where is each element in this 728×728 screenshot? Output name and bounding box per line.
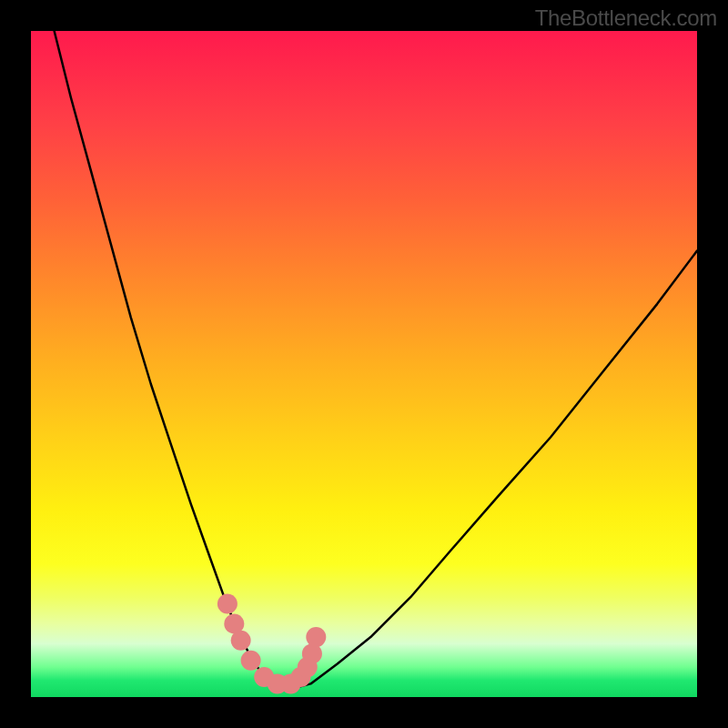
- svg-point-2: [231, 631, 251, 651]
- plot-area: [31, 31, 697, 697]
- svg-point-10: [306, 627, 326, 647]
- chart-frame: TheBottleneck.com: [0, 0, 728, 728]
- svg-point-9: [302, 643, 322, 663]
- highlight-dots: [217, 594, 326, 694]
- svg-point-0: [217, 594, 238, 614]
- watermark-text: TheBottleneck.com: [535, 5, 717, 31]
- bottleneck-curve: [55, 31, 697, 691]
- svg-point-3: [241, 651, 261, 671]
- chart-svg: [31, 31, 697, 697]
